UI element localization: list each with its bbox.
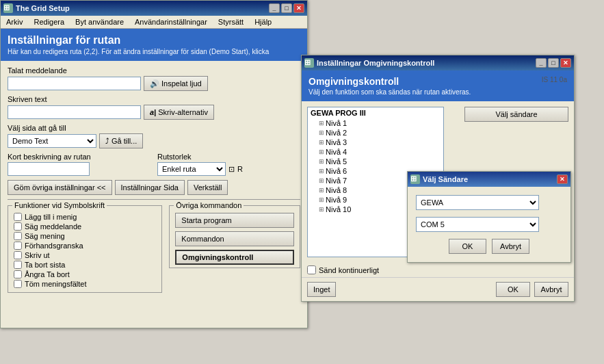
skriven-input[interactable] [8,105,141,119]
omgivningskontroll-button[interactable]: Omgivningskontroll [175,250,294,265]
tree-item-niva1[interactable]: ⊞ Nivå 1 [308,118,443,128]
dialog-icon: ⊞ [410,174,420,184]
menu-styrsatt[interactable]: Styrsätt [215,16,246,27]
valj-sandare-button[interactable]: Välj sändare [464,107,568,122]
valj-sida-select[interactable]: Demo Text [8,134,96,148]
ok-button[interactable]: OK [496,282,530,297]
ga-till-button[interactable]: ⤴ Gå till... [99,133,143,148]
cb-forhandsgranska[interactable] [14,242,22,250]
rutstorlek-label: Rutstorlek [157,153,300,161]
talat-input[interactable] [8,77,141,90]
omgivning-close[interactable]: ✕ [560,58,571,68]
expand-icon-5: ⊞ [319,158,324,165]
avbryt-button[interactable]: Avbryt [534,282,568,297]
grid-setup-titlebar: ⊞ The Grid Setup _ □ ✕ [1,1,307,16]
inget-button[interactable]: Inget [307,282,336,297]
kort-besk-label: Kort beskrivning av rutan [8,153,150,161]
tree-item-niva3[interactable]: ⊞ Nivå 3 [308,138,443,147]
com-select[interactable]: COM 5 COM 1 COM 2 [416,217,539,232]
cb-sag-mening[interactable] [14,232,22,240]
omgivning-subtitle: Välj den funktion som ska sändas när rut… [308,88,471,96]
microphone-icon: 🔊 [150,79,159,88]
grid-setup-window: ⊞ The Grid Setup _ □ ✕ Arkiv Redigera By… [0,0,308,328]
omgivning-minimize[interactable]: _ [536,58,547,68]
sender-select[interactable]: GEWA [416,195,539,210]
tree-root[interactable]: GEWA PROG III [308,107,443,118]
right-panel: Välj sändare [459,107,568,122]
r-label: R [237,165,243,173]
omgivning-bottom: Inget OK Avbryt [302,277,574,301]
grid-title: The Grid Setup [16,4,70,12]
expand-icon-6: ⊞ [319,168,324,174]
expand-icon-4: ⊞ [319,148,324,155]
expand-icon-8: ⊞ [319,187,324,194]
omgivning-icon: ⊞ [304,58,314,68]
valj-sandare-dialog: ⊞ Välj Sändare ✕ GEWA COM 5 COM 1 COM 2 … [407,171,571,263]
cb-angra-ta-bort[interactable] [14,270,22,278]
skriven-label: Skriven text [8,95,300,103]
cb-skriv-ut[interactable] [14,251,22,259]
ovriga-title: Övriga kommandon [174,201,244,209]
expand-icon-9: ⊞ [319,196,324,203]
omgivning-title: Inställningar Omgivningskontroll [317,59,434,67]
grid-header-subtitle: Här kan du redigera ruta (2,2). För att … [8,48,300,55]
goto-icon: ⤴ [105,137,109,145]
omgivning-header: Omgivningskontroll Välj den funktion som… [302,70,574,101]
maximize-button[interactable]: □ [281,3,292,13]
inspelat-button[interactable]: 🔊 Inspelat ljud [144,76,208,91]
minimize-button[interactable]: _ [269,3,280,13]
expand-icon-7: ⊞ [319,177,324,184]
menu-hjalp[interactable]: Hjälp [252,16,274,27]
dialog-ok-button[interactable]: OK [449,239,486,254]
verkstall-button[interactable]: Verkställ [187,180,228,195]
expand-icon-10: ⊞ [319,206,324,213]
tree-item-niva5[interactable]: ⊞ Nivå 5 [308,157,443,166]
cb-ta-bort-sista[interactable] [14,261,22,269]
omgivning-heading: Omgivningskontroll [308,76,471,87]
menubar: Arkiv Redigera Byt användare Användarins… [1,16,307,29]
dialog-close[interactable]: ✕ [557,174,568,184]
funktioner-title: Funktioner vid Symbolskrift [12,201,107,209]
status-text: IS 11 0a [542,76,567,83]
skriv-alternativ-button[interactable]: a| Skriv-alternativ [144,105,214,120]
menu-byt-anvandare[interactable]: Byt användare [73,16,127,27]
valj-sandare-title: Välj Sändare [423,175,468,183]
send-continuous-label: Sänd kontinuerligt [319,266,379,274]
text-icon: a| [150,108,156,116]
menu-anvandarinstallningar[interactable]: Användarinställningar [132,16,210,27]
expand-icon-3: ⊞ [319,139,324,146]
kommandon-button[interactable]: Kommandon [175,231,294,246]
send-continuous-checkbox[interactable] [307,265,316,274]
cb-sag-meddelande[interactable] [14,222,22,231]
close-button[interactable]: ✕ [293,3,304,13]
talat-label: Talat meddelande [8,66,300,75]
starta-program-button[interactable]: Starta program [175,213,294,228]
gom-ovriga-button[interactable]: Göm övriga inställningar << [8,180,112,195]
expand-icon-1: ⊞ [319,120,324,127]
rutstorlek-select[interactable]: Enkel ruta [157,162,226,176]
expand-icon-2: ⊞ [319,129,324,136]
grid-header-title: Inställningar för rutan [8,34,300,47]
installningar-sida-button[interactable]: Inställningar Sida [115,180,185,195]
cb-tom-meningsfalt[interactable] [14,280,22,288]
valj-sida-label: Välj sida att gå till [8,124,300,132]
valj-sandare-body: GEWA COM 5 COM 1 COM 2 OK Avbryt [408,187,570,262]
resize-icon: ⊡ [228,165,235,174]
omgivning-titlebar: ⊞ Inställningar Omgivningskontroll _ □ ✕ [302,55,574,70]
valj-sandare-titlebar: ⊞ Välj Sändare ✕ [408,172,570,187]
omgivning-maximize[interactable]: □ [548,58,559,68]
cb-lagg-till[interactable] [14,213,22,221]
menu-arkiv[interactable]: Arkiv [3,16,25,27]
grid-icon: ⊞ [3,3,13,13]
kort-besk-input[interactable]: Skriv med text [8,162,90,176]
grid-header: Inställningar för rutan Här kan du redig… [1,29,307,61]
tree-item-niva2[interactable]: ⊞ Nivå 2 [308,128,443,138]
tree-item-niva4[interactable]: ⊞ Nivå 4 [308,147,443,157]
menu-redigera[interactable]: Redigera [31,16,67,27]
send-continuous-row: Sänd kontinuerligt [302,263,574,277]
dialog-avbryt-button[interactable]: Avbryt [492,239,529,254]
